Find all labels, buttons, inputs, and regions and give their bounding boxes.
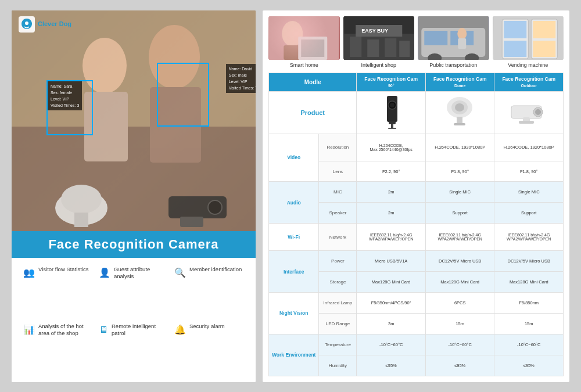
led-range-val2: 15m [425, 313, 494, 334]
image-smart-home: Smart home [268, 16, 340, 68]
svg-rect-37 [504, 21, 526, 38]
hero-image: Clever Dog Name: Sara Sex: female Level:… [12, 10, 256, 231]
right-panel: Smart home EASY BUY Intelligent sho [263, 10, 569, 382]
feature-security-alarm: Security alarm [174, 323, 244, 374]
member-id-icon [174, 267, 186, 279]
resolution-val3: H.264CODE, 1920*1080P [494, 134, 564, 161]
cam1-badge: 90° [385, 83, 397, 88]
vending-label: Vending machine [508, 62, 548, 68]
feature-remote-patrol: Remote intelligent patrol [99, 323, 168, 374]
network-val2: IEEE802.11 b/g/n-2.4G WPA2/WPA/WEP/OPEN [425, 224, 494, 251]
svg-rect-23 [350, 37, 361, 57]
guest-attr-icon [99, 267, 110, 279]
remote-patrol-text: Remote intelligent patrol [112, 323, 168, 337]
svg-rect-14 [269, 16, 339, 60]
spec-table: Modle Face Recognition Cam 90° Face Reco… [268, 73, 564, 376]
resolution-val2: H.264CODE, 1920*1080P [425, 134, 494, 161]
svg-point-55 [535, 109, 541, 115]
power-val2: DC12V/5V Micro USB [425, 251, 494, 272]
svg-point-10 [208, 200, 222, 214]
power-val3: DC12V/5V Micro USB [494, 251, 564, 272]
night-category: Night Vision [269, 292, 319, 334]
wifi-network-row: Wi-Fi Network IEEE802.11 b/g/n-2.4G WPA2… [269, 224, 564, 251]
svg-rect-41 [533, 41, 555, 57]
left-panel: Clever Dog Name: Sara Sex: female Level:… [12, 10, 256, 382]
humidity-label: Humidity [319, 355, 357, 376]
feature-hot-area: Analysis of the hot area of the shop [23, 323, 93, 374]
resolution-label: Resolution [319, 134, 357, 161]
power-label: Power [319, 251, 357, 272]
network-label: Network [319, 224, 357, 251]
security-alarm-icon [174, 323, 186, 336]
speaker-val2: Support [425, 203, 494, 224]
member-id-text: Member identification [189, 266, 242, 273]
security-alarm-text: Security alarm [189, 323, 225, 330]
svg-point-33 [457, 28, 467, 39]
svg-rect-47 [388, 128, 396, 129]
face-detection-sara: Name: Sara Sex: female Level: VIP Visite… [46, 80, 93, 135]
cam3-label: Face Recognition Cam [496, 76, 561, 82]
humidity-val3: ≤95% [494, 355, 564, 376]
svg-point-50 [455, 103, 464, 112]
feature-guest-attr: Guest attribute analysis [99, 266, 168, 317]
svg-point-44 [390, 103, 394, 107]
features-grid: Visitor flow Statistics Guest attribute … [12, 258, 256, 382]
temp-val3: -10°C~60°C [494, 334, 564, 355]
guest-attr-text: Guest attribute analysis [114, 266, 168, 280]
smart-home-image [268, 16, 340, 60]
product-label: Product [269, 91, 357, 134]
svg-rect-25 [385, 38, 396, 57]
mic-label: MIC [319, 182, 357, 203]
svg-rect-46 [391, 124, 393, 128]
svg-rect-16 [284, 45, 301, 60]
image-vending-machine: Vending machine [493, 16, 564, 68]
mic-val3: Single MIC [494, 182, 564, 203]
led-range-val1: 3m [357, 313, 426, 334]
lens-val1: F2.2, 90° [357, 161, 426, 182]
work-temp-row: Work Environment Temperature -10°C~60°C … [269, 334, 564, 355]
svg-rect-11 [180, 217, 203, 227]
main-container: Clever Dog Name: Sara Sex: female Level:… [12, 10, 569, 382]
svg-rect-57 [519, 121, 534, 124]
storage-val2: Max128G Mini Card [425, 272, 494, 293]
cam2-badge: Dome [451, 83, 468, 88]
svg-text:EASY BUY: EASY BUY [361, 28, 388, 34]
shop-image: EASY BUY [343, 16, 415, 60]
storage-label: Storage [319, 272, 357, 293]
svg-rect-8 [74, 213, 88, 227]
logo: Clever Dog [19, 16, 71, 33]
svg-rect-26 [399, 41, 410, 57]
lens-label: Lens [319, 161, 357, 182]
product-title: Face Recognition Camera [12, 231, 256, 258]
speaker-val3: Support [494, 203, 564, 224]
night-ir-row: Night Vision Infrared Lamp F5/850nm/4PCS… [269, 292, 564, 313]
svg-rect-38 [504, 41, 526, 57]
lens-val3: F1.8, 90° [494, 161, 564, 182]
humidity-val2: ≤95% [425, 355, 494, 376]
resolution-val1: H.264CODE, Max 2560*1440@30fps [357, 134, 426, 161]
ir-lamp-val3: F5/850nm [494, 292, 564, 313]
logo-text: Clever Dog [38, 20, 71, 27]
audio-category: Audio [269, 182, 319, 224]
product-image-1 [357, 91, 426, 134]
speaker-val1: 2m [357, 203, 426, 224]
feature-visitor-flow: Visitor flow Statistics [23, 266, 93, 317]
video-category: Video [269, 134, 319, 182]
ir-lamp-val1: F5/850nm/4PCS/90° [357, 292, 426, 313]
svg-rect-51 [457, 117, 462, 124]
svg-rect-24 [367, 39, 379, 57]
interface-category: Interface [269, 251, 319, 293]
transport-label: Public transportation [429, 62, 477, 68]
ir-lamp-val2: 6PCS [425, 292, 494, 313]
power-val1: Micro USB/5V1A [357, 251, 426, 272]
ir-lamp-label: Infrared Lamp [319, 292, 357, 313]
svg-rect-40 [533, 21, 555, 38]
remote-patrol-icon [99, 323, 108, 336]
top-images-row: Smart home EASY BUY Intelligent sho [268, 16, 564, 68]
audio-mic-row: Audio MIC 2m Single MIC Single MIC [269, 182, 564, 203]
svg-rect-18 [301, 39, 324, 57]
feature-member-id: Member identification [174, 266, 244, 317]
transport-image [418, 16, 489, 60]
svg-rect-34 [458, 38, 466, 49]
face-detection-david: Name: David Sex: male Level: VIP Visited… [157, 63, 209, 127]
